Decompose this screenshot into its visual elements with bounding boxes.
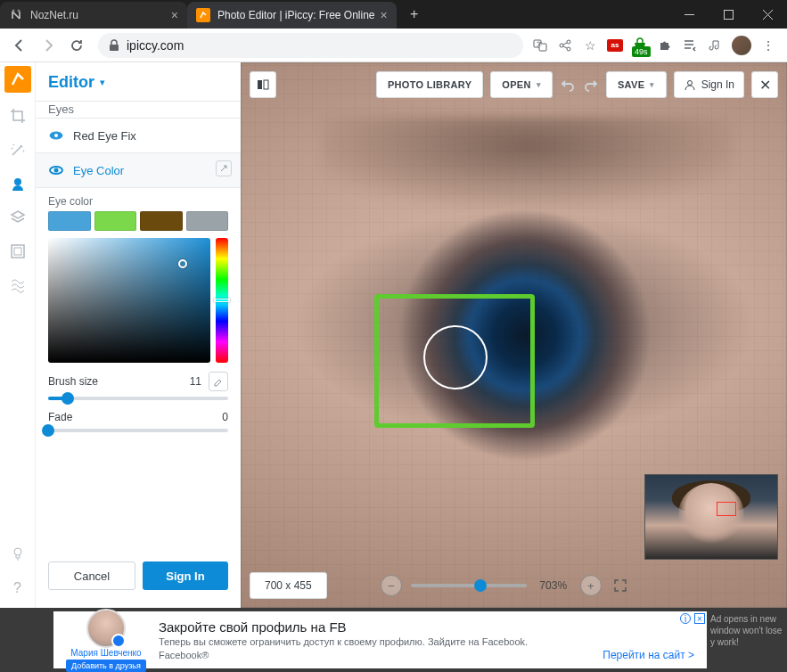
zoom-slider[interactable] xyxy=(411,584,527,587)
fullscreen-button[interactable] xyxy=(611,576,630,595)
svg-point-18 xyxy=(54,168,59,173)
picker-cursor[interactable] xyxy=(178,259,187,268)
panel-buttons: Cancel Sign In xyxy=(36,551,241,601)
section-eyes[interactable]: Eyes xyxy=(36,101,241,119)
reload-button[interactable] xyxy=(64,33,89,58)
puzzle-icon[interactable] xyxy=(657,37,673,53)
redo-button[interactable] xyxy=(583,77,599,93)
undo-redo xyxy=(560,77,599,93)
ad-cta[interactable]: Перейти на сайт > xyxy=(603,649,694,661)
address-bar[interactable]: ipiccy.com xyxy=(98,33,523,58)
eye-color-label: Eye color xyxy=(36,188,241,211)
dimensions-display: 700 x 455 xyxy=(250,572,327,599)
hue-cursor[interactable] xyxy=(214,299,230,302)
reading-list-icon[interactable] xyxy=(682,37,698,53)
minimap[interactable] xyxy=(644,474,778,560)
chevron-down-icon: ▾ xyxy=(650,80,654,89)
svg-rect-20 xyxy=(264,80,268,89)
zoom-percent: 703% xyxy=(536,579,571,592)
selection-rect[interactable] xyxy=(374,294,535,428)
brush-value: 11 xyxy=(190,375,201,388)
swatch-brown[interactable] xyxy=(140,211,183,231)
lastfm-icon[interactable]: as xyxy=(607,39,623,52)
star-icon[interactable]: ☆ xyxy=(582,37,598,53)
profile-avatar[interactable] xyxy=(732,36,751,55)
compare-button[interactable] xyxy=(250,71,276,98)
minimap-viewport[interactable] xyxy=(717,502,736,516)
signin-top-button[interactable]: Sign In xyxy=(674,71,744,98)
translate-icon[interactable]: 文 xyxy=(532,37,548,53)
share-icon[interactable] xyxy=(557,37,573,53)
undo-button[interactable] xyxy=(560,77,576,93)
ad-side-note: Ad opens in new window won't lose y work… xyxy=(707,608,787,672)
hue-slider[interactable] xyxy=(216,238,228,363)
retouch-icon[interactable] xyxy=(7,173,29,194)
music-icon[interactable] xyxy=(707,37,723,53)
eye-color-item[interactable]: Eye Color xyxy=(36,152,241,188)
ad-info-icon[interactable]: i xyxy=(680,613,691,624)
frame-icon[interactable] xyxy=(7,241,29,262)
zoom-in-button[interactable]: + xyxy=(580,575,602,596)
zoom-out-button[interactable]: − xyxy=(381,575,402,596)
eraser-button[interactable] xyxy=(209,372,228,391)
texture-icon[interactable] xyxy=(7,275,29,296)
magic-icon[interactable] xyxy=(7,139,29,160)
ad-headline: Закройте свой профиль на FB xyxy=(159,619,694,635)
favicon-ipiccy xyxy=(196,8,210,22)
canvas-bottombar: 700 x 455 − 703% + xyxy=(250,572,778,599)
extension-icons: 文 ☆ as 49s ⋮ xyxy=(532,36,776,55)
ext-badge: 49s xyxy=(632,46,651,57)
photo-library-button[interactable]: PHOTO LIBRARY xyxy=(376,71,483,98)
saturation-field[interactable] xyxy=(48,238,210,363)
crop-icon[interactable] xyxy=(7,105,29,127)
ad-strip: i × Мария Шевченко Добавить в друзья Зак… xyxy=(0,608,787,672)
browser-tab-ipiccy[interactable]: Photo Editor | iPiccy: Free Online × xyxy=(187,2,397,29)
window-controls xyxy=(669,0,787,29)
maximize-button[interactable] xyxy=(709,0,748,29)
ad-add-friend[interactable]: Добавить в друзья xyxy=(66,660,146,672)
close-canvas-button[interactable]: ✕ xyxy=(751,71,778,98)
editor-title: Editor xyxy=(48,73,94,92)
help-icon[interactable]: ? xyxy=(7,578,29,599)
minimize-button[interactable] xyxy=(669,0,709,29)
swatch-gray[interactable] xyxy=(186,211,229,231)
eye-icon xyxy=(48,162,64,178)
menu-icon[interactable]: ⋮ xyxy=(760,37,776,53)
svg-point-8 xyxy=(560,44,563,47)
settings-panel: Editor ▾ Eyes Red Eye Fix Eye Color Eye … xyxy=(36,62,241,608)
ad-close-icon[interactable]: × xyxy=(694,613,705,624)
panel-header[interactable]: Editor ▾ xyxy=(36,70,241,101)
save-button[interactable]: SAVE▾ xyxy=(606,71,667,98)
browser-tabs: NozNet.ru × Photo Editor | iPiccy: Free … xyxy=(0,0,669,29)
open-button[interactable]: OPEN▾ xyxy=(490,71,553,98)
popout-icon[interactable] xyxy=(216,160,232,176)
shopping-icon[interactable]: 49s xyxy=(632,37,648,53)
red-eye-fix-item[interactable]: Red Eye Fix xyxy=(36,119,241,152)
fade-slider[interactable] xyxy=(36,429,241,434)
tab-title: Photo Editor | iPiccy: Free Online xyxy=(217,9,375,21)
signin-button[interactable]: Sign In xyxy=(143,561,228,590)
svg-point-0 xyxy=(12,10,15,12)
cancel-button[interactable]: Cancel xyxy=(48,561,135,590)
svg-point-11 xyxy=(14,178,21,185)
close-icon[interactable]: × xyxy=(381,8,388,22)
ad-banner[interactable]: i × Мария Шевченко Добавить в друзья Зак… xyxy=(53,611,707,668)
zoom-knob[interactable] xyxy=(474,579,487,592)
svg-point-1 xyxy=(18,10,20,12)
forward-button[interactable] xyxy=(36,33,61,58)
favicon-noznet xyxy=(9,8,23,22)
browser-tab-noznet[interactable]: NozNet.ru × xyxy=(0,2,187,29)
fade-row: Fade 0 xyxy=(36,402,241,429)
ipiccy-logo[interactable] xyxy=(4,66,31,93)
close-window-button[interactable] xyxy=(748,0,787,29)
svg-rect-12 xyxy=(12,245,24,258)
layers-icon[interactable] xyxy=(7,207,29,228)
swatch-blue[interactable] xyxy=(48,211,91,231)
tip-icon[interactable] xyxy=(7,544,29,565)
swatch-green[interactable] xyxy=(94,211,137,231)
ad-text: Закройте свой профиль на FB Теперь вы см… xyxy=(159,619,694,661)
close-icon[interactable]: × xyxy=(171,8,178,22)
user-icon xyxy=(684,78,696,91)
back-button[interactable] xyxy=(7,33,32,58)
new-tab-button[interactable]: + xyxy=(402,2,427,27)
